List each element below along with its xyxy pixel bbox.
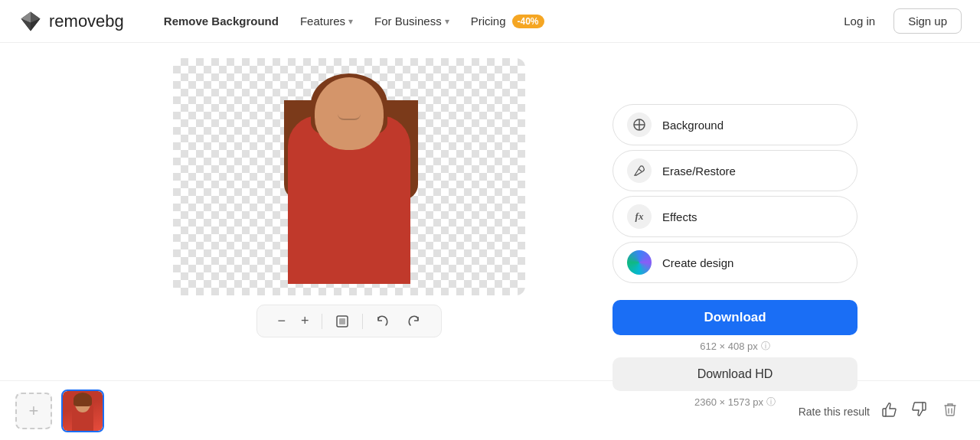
nav-item-for-business[interactable]: For Business ▾ (365, 10, 459, 32)
nav-right: Log in Sign up (835, 8, 962, 34)
fit-screen-button[interactable] (327, 311, 358, 332)
erase-restore-tool[interactable]: Erase/Restore (612, 150, 858, 191)
zoom-out-button[interactable]: − (270, 310, 293, 332)
thumbs-up-button[interactable] (877, 398, 900, 425)
create-design-label: Create design (662, 256, 733, 269)
redo-button[interactable] (398, 311, 429, 332)
pricing-discount-badge: -40% (512, 15, 544, 28)
trash-icon (942, 401, 959, 418)
redo-icon (406, 314, 421, 329)
background-tool[interactable]: Background (612, 104, 858, 145)
create-design-icon (627, 250, 652, 275)
smile (338, 114, 361, 120)
standard-resolution: 612 × 408 px ⓘ (612, 340, 858, 353)
effects-label: Effects (662, 210, 697, 223)
thumbs-up-icon (880, 401, 897, 418)
thumb-hair (74, 393, 92, 406)
delete-button[interactable] (939, 398, 962, 425)
nav-item-pricing[interactable]: Pricing -40% (462, 10, 554, 33)
erase-restore-icon (627, 158, 652, 183)
signup-button[interactable]: Sign up (893, 8, 962, 34)
fit-screen-icon (335, 314, 350, 329)
undo-button[interactable] (368, 311, 398, 332)
logo-text: removebg (49, 11, 124, 31)
thumbnail-preview (63, 391, 103, 431)
logo-icon (18, 9, 43, 34)
nav-links: Remove Background Features ▾ For Busines… (155, 10, 835, 33)
resolution-info-icon[interactable]: ⓘ (761, 340, 770, 353)
rate-section: Rate this result (799, 398, 962, 425)
download-button[interactable]: Download (612, 300, 858, 335)
chevron-down-icon: ▾ (348, 16, 353, 27)
editor-toolbar: − + (256, 305, 441, 337)
nav-item-remove-background[interactable]: Remove Background (155, 10, 288, 32)
chevron-down-icon: ▾ (445, 16, 449, 27)
background-icon (627, 112, 652, 137)
thumbs-down-icon (911, 401, 928, 418)
background-label: Background (662, 119, 724, 132)
bottom-strip: + Rate this result (0, 380, 980, 440)
create-design-tool[interactable]: Create design (612, 242, 858, 283)
logo[interactable]: removebg (18, 9, 124, 34)
navbar: removebg Remove Background Features ▾ Fo… (0, 0, 980, 43)
undo-icon (375, 314, 390, 329)
toolbar-divider-2 (362, 314, 363, 329)
thumbs-down-button[interactable] (908, 398, 931, 425)
person-image (265, 70, 433, 284)
svg-rect-6 (339, 318, 345, 324)
effects-tool[interactable]: fx Effects (612, 196, 858, 237)
effects-icon: fx (627, 204, 652, 229)
login-button[interactable]: Log in (835, 10, 884, 32)
thumbnail-item[interactable] (61, 389, 104, 432)
nav-item-features[interactable]: Features ▾ (291, 10, 362, 32)
zoom-in-button[interactable]: + (293, 310, 317, 332)
erase-restore-label: Erase/Restore (662, 165, 736, 178)
toolbar-divider-1 (322, 314, 322, 329)
add-image-button[interactable]: + (15, 393, 52, 429)
canvas-container (173, 58, 525, 295)
rate-label: Rate this result (799, 406, 870, 418)
